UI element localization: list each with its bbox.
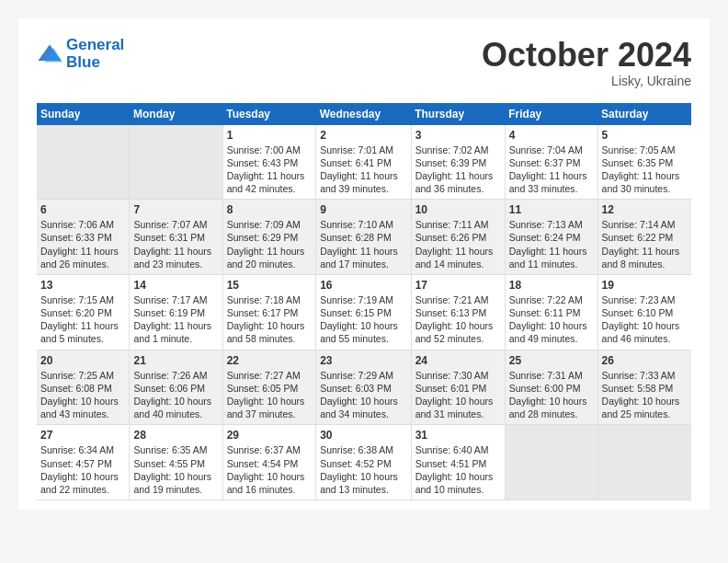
calendar-cell: 24Sunrise: 7:30 AMSunset: 6:01 PMDayligh… — [411, 350, 505, 425]
cell-info: Sunrise: 7:27 AM — [227, 369, 312, 382]
cell-info: Sunset: 6:20 PM — [40, 306, 125, 319]
logo-icon — [37, 41, 63, 67]
cell-info: Sunrise: 7:15 AM — [40, 293, 125, 306]
day-number: 4 — [509, 129, 594, 142]
calendar-cell: 16Sunrise: 7:19 AMSunset: 6:15 PMDayligh… — [316, 274, 411, 350]
cell-info: Daylight: 10 hours and 43 minutes. — [40, 395, 125, 420]
cell-info: Sunrise: 6:37 AM — [227, 443, 312, 456]
cell-info: Sunset: 6:08 PM — [40, 382, 125, 395]
day-number: 28 — [133, 429, 218, 442]
cell-info: Sunset: 6:03 PM — [320, 382, 406, 395]
day-number: 9 — [320, 203, 406, 216]
weekday-header-wednesday: Wednesday — [316, 103, 411, 125]
cell-info: Sunrise: 7:13 AM — [509, 218, 594, 231]
cell-info: Sunrise: 7:14 AM — [602, 218, 688, 231]
calendar-cell: 21Sunrise: 7:26 AMSunset: 6:06 PMDayligh… — [130, 350, 222, 425]
cell-info: Daylight: 11 hours and 42 minutes. — [227, 169, 312, 195]
weekday-header-friday: Friday — [505, 103, 597, 125]
cell-info: Sunset: 6:26 PM — [415, 231, 501, 244]
cell-info: Sunrise: 6:34 AM — [40, 443, 125, 456]
cell-info: Daylight: 10 hours and 34 minutes. — [320, 395, 406, 420]
weekday-header-tuesday: Tuesday — [222, 103, 315, 125]
cell-info: Daylight: 10 hours and 16 minutes. — [227, 470, 312, 496]
cell-info: Sunset: 6:37 PM — [509, 156, 594, 169]
cell-info: Sunset: 6:22 PM — [602, 231, 688, 244]
cell-info: Sunset: 6:35 PM — [602, 156, 688, 169]
cell-info: Daylight: 11 hours and 20 minutes. — [227, 245, 312, 270]
cell-info: Daylight: 11 hours and 1 minute. — [133, 319, 218, 345]
cell-info: Daylight: 10 hours and 22 minutes. — [40, 470, 125, 496]
day-number: 7 — [133, 203, 218, 216]
location: Lisky, Ukraine — [482, 74, 691, 88]
cell-info: Sunrise: 6:35 AM — [133, 443, 218, 456]
cell-info: Sunrise: 7:10 AM — [320, 218, 406, 231]
calendar-cell — [130, 125, 222, 200]
cell-info: Sunset: 6:01 PM — [415, 382, 501, 395]
calendar-cell: 3Sunrise: 7:02 AMSunset: 6:39 PMDaylight… — [411, 125, 505, 200]
cell-info: Sunrise: 7:06 AM — [40, 218, 125, 231]
cell-info: Sunset: 6:41 PM — [320, 156, 406, 169]
cell-info: Daylight: 10 hours and 46 minutes. — [602, 319, 688, 345]
day-number: 24 — [415, 354, 501, 367]
cell-info: Sunrise: 7:05 AM — [602, 144, 688, 156]
cell-info: Sunrise: 7:00 AM — [227, 144, 312, 156]
day-number: 12 — [602, 203, 688, 216]
calendar-cell: 22Sunrise: 7:27 AMSunset: 6:05 PMDayligh… — [222, 350, 315, 425]
cell-info: Sunrise: 7:26 AM — [133, 369, 218, 382]
cell-info: Sunset: 6:39 PM — [415, 156, 501, 169]
calendar-cell: 31Sunrise: 6:40 AMSunset: 4:51 PMDayligh… — [411, 425, 505, 500]
cell-info: Daylight: 10 hours and 49 minutes. — [509, 319, 594, 345]
day-number: 22 — [227, 354, 312, 367]
day-number: 25 — [509, 354, 594, 367]
month-title: October 2024 — [482, 37, 691, 74]
calendar-cell: 12Sunrise: 7:14 AMSunset: 6:22 PMDayligh… — [597, 200, 691, 275]
cell-info: Sunrise: 6:38 AM — [320, 443, 406, 456]
cell-info: Sunrise: 7:33 AM — [602, 369, 688, 382]
page-header: General Blue October 2024 Lisky, Ukraine — [37, 37, 691, 88]
calendar-cell — [37, 125, 130, 200]
cell-info: Daylight: 11 hours and 36 minutes. — [415, 169, 501, 195]
cell-info: Daylight: 10 hours and 37 minutes. — [227, 395, 312, 420]
calendar-cell: 30Sunrise: 6:38 AMSunset: 4:52 PMDayligh… — [316, 425, 411, 500]
cell-info: Sunset: 4:54 PM — [227, 457, 312, 470]
weekday-header-row: SundayMondayTuesdayWednesdayThursdayFrid… — [37, 103, 691, 125]
cell-info: Sunrise: 7:30 AM — [415, 369, 501, 382]
cell-info: Sunrise: 7:23 AM — [602, 293, 688, 306]
cell-info: Sunrise: 7:02 AM — [415, 144, 501, 156]
cell-info: Daylight: 10 hours and 19 minutes. — [133, 470, 218, 496]
cell-info: Sunset: 6:00 PM — [509, 382, 594, 395]
calendar-cell: 8Sunrise: 7:09 AMSunset: 6:29 PMDaylight… — [222, 200, 315, 275]
cell-info: Daylight: 10 hours and 40 minutes. — [133, 395, 218, 420]
day-number: 15 — [227, 279, 312, 292]
cell-info: Daylight: 11 hours and 5 minutes. — [40, 319, 125, 345]
cell-info: Sunset: 4:55 PM — [133, 457, 218, 470]
calendar-cell: 18Sunrise: 7:22 AMSunset: 6:11 PMDayligh… — [505, 274, 597, 350]
calendar-table: SundayMondayTuesdayWednesdayThursdayFrid… — [37, 103, 691, 500]
cell-info: Sunset: 6:06 PM — [133, 382, 218, 395]
cell-info: Sunset: 6:19 PM — [133, 306, 218, 319]
cell-info: Daylight: 11 hours and 39 minutes. — [320, 169, 406, 195]
day-number: 20 — [40, 354, 125, 367]
cell-info: Sunset: 5:58 PM — [602, 382, 688, 395]
day-number: 10 — [415, 203, 501, 216]
calendar-cell: 27Sunrise: 6:34 AMSunset: 4:57 PMDayligh… — [37, 425, 130, 500]
cell-info: Sunset: 6:15 PM — [320, 306, 406, 319]
calendar-cell: 26Sunrise: 7:33 AMSunset: 5:58 PMDayligh… — [597, 350, 691, 425]
weekday-header-saturday: Saturday — [597, 103, 691, 125]
calendar-cell: 11Sunrise: 7:13 AMSunset: 6:24 PMDayligh… — [505, 200, 597, 275]
calendar-cell: 4Sunrise: 7:04 AMSunset: 6:37 PMDaylight… — [505, 125, 597, 200]
calendar-cell: 25Sunrise: 7:31 AMSunset: 6:00 PMDayligh… — [505, 350, 597, 425]
cell-info: Sunset: 6:10 PM — [602, 306, 688, 319]
cell-info: Daylight: 11 hours and 30 minutes. — [602, 169, 688, 195]
cell-info: Sunset: 6:24 PM — [509, 231, 594, 244]
cell-info: Sunset: 6:33 PM — [40, 231, 125, 244]
day-number: 1 — [227, 129, 312, 142]
cell-info: Sunset: 4:57 PM — [40, 457, 125, 470]
cell-info: Daylight: 10 hours and 52 minutes. — [415, 319, 501, 345]
calendar-cell: 1Sunrise: 7:00 AMSunset: 6:43 PMDaylight… — [222, 125, 315, 200]
calendar-cell: 14Sunrise: 7:17 AMSunset: 6:19 PMDayligh… — [130, 274, 222, 350]
weekday-header-sunday: Sunday — [37, 103, 130, 125]
cell-info: Sunrise: 7:19 AM — [320, 293, 406, 306]
cell-info: Sunrise: 7:11 AM — [415, 218, 501, 231]
calendar-cell — [505, 425, 597, 500]
